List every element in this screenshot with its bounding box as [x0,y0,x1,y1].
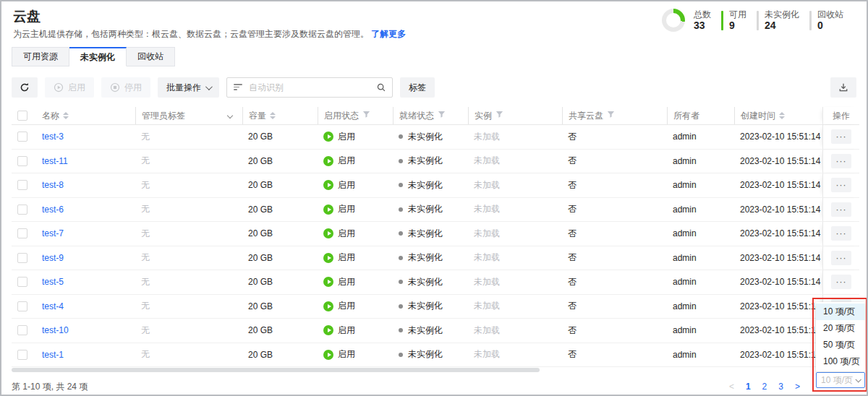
row-checkbox[interactable] [17,301,27,311]
next-page-button[interactable]: > [795,382,800,392]
stats-summary: 总数 33 可用 9 未实例化 24 [662,9,854,32]
more-actions-button[interactable]: ··· [831,129,851,144]
disk-name-link[interactable]: test-4 [42,301,64,311]
filter-funnel-icon[interactable] [607,111,615,121]
disk-name-link[interactable]: test-5 [42,277,64,287]
cell-ready: 未实例化 [393,131,468,143]
col-header-created[interactable]: 创建时间 [734,107,822,124]
filter-funnel-icon[interactable] [495,111,503,121]
cell-tag: 无 [135,203,242,215]
tab-uninstantiated[interactable]: 未实例化 [69,47,127,66]
enable-button[interactable]: 启用 [45,77,94,98]
sort-icon[interactable] [270,112,276,119]
page-header: 云盘 为云主机提供存储，包括两种类型：根云盘、数据云盘；云盘管理主要涉及数据云盘… [1,1,867,40]
col-header-name[interactable]: 名称 [36,107,135,124]
disk-name-link[interactable]: test-6 [42,205,64,215]
cell-owner: admin [667,156,734,166]
col-header-tag[interactable]: 管理员标签 [135,107,242,124]
more-actions-button[interactable]: ··· [831,251,851,265]
row-checkbox[interactable] [17,350,27,360]
cell-instance: 未加载 [468,324,562,337]
cell-owner: admin [667,325,734,335]
stat-recycle: 回收站 0 [809,9,843,31]
cell-owner: admin [667,205,734,215]
row-checkbox[interactable] [17,277,27,287]
table-row: test-7无20 GB启用未实例化未加载否admin2023-02-10 15… [12,222,859,246]
cell-instance: 未加载 [468,251,562,264]
col-header-ready[interactable]: 就绪状态 [393,107,468,124]
select-all-checkbox[interactable] [17,111,27,121]
page-button-2[interactable]: 2 [762,382,767,392]
stat-total: 总数 33 [694,9,711,31]
disk-name-link[interactable]: test-7 [42,228,64,238]
disable-button-label: 停用 [124,82,142,94]
enabled-status-icon [323,350,333,360]
toolbar: 启用 停用 批量操作 标签 [12,77,856,98]
ready-status-text: 未实例化 [408,179,443,191]
scrollbar-thumb[interactable] [12,368,540,372]
enable-status-text: 启用 [338,228,355,240]
tab-available-resources[interactable]: 可用资源 [12,47,69,66]
cell-owner: admin [667,228,734,238]
row-checkbox[interactable] [17,156,27,166]
col-header-shared[interactable]: 共享云盘 [562,107,667,124]
page-button-1[interactable]: 1 [746,382,751,392]
cell-enable: 启用 [318,300,393,312]
prev-page-button[interactable]: < [729,382,734,392]
learn-more-link[interactable]: 了解更多 [371,29,406,39]
donut-chart-icon [662,9,685,32]
export-button[interactable] [830,77,856,98]
disk-name-link[interactable]: test-8 [42,180,64,190]
cell-shared: 否 [562,251,667,264]
disk-name-link[interactable]: test-10 [42,325,69,335]
more-actions-button[interactable]: ··· [831,178,851,192]
disable-button[interactable]: 停用 [101,77,150,98]
items-summary: 第 1-10 项, 共 24 项 [12,381,729,393]
play-circle-icon [54,82,64,92]
page-size-option[interactable]: 10 项/页 [816,304,865,320]
cell-ready: 未实例化 [393,203,468,215]
more-actions-button[interactable]: ··· [831,275,851,289]
tag-button[interactable]: 标签 [400,77,435,98]
disk-name-link[interactable]: test-11 [42,156,68,166]
page-button-3[interactable]: 3 [778,382,783,392]
ready-status-text: 未实例化 [408,251,443,264]
row-checkbox[interactable] [17,132,27,142]
chevron-down-icon[interactable] [227,113,233,119]
row-checkbox[interactable] [17,228,27,238]
row-actions-cell: ··· [822,222,859,246]
refresh-button[interactable] [12,77,38,98]
col-header-capacity[interactable]: 容量 [242,107,318,124]
cell-enable: 启用 [318,203,393,215]
row-checkbox[interactable] [17,325,27,335]
batch-actions-button[interactable]: 批量操作 [158,77,219,98]
search-input[interactable] [226,77,393,98]
row-checkbox[interactable] [17,253,27,263]
cell-name: test-4 [36,301,135,311]
row-checkbox[interactable] [17,205,27,215]
disk-name-link[interactable]: test-9 [42,253,64,263]
col-header-instance[interactable]: 实例 [468,107,562,124]
disk-name-link[interactable]: test-1 [42,350,64,360]
sort-icon[interactable] [63,112,69,119]
cell-name: test-1 [36,350,135,360]
page-size-select[interactable]: 10 项/页 [816,372,865,388]
row-actions-cell: ··· [822,198,859,222]
filter-funnel-icon[interactable] [438,111,446,121]
sort-icon[interactable] [779,112,785,119]
more-actions-button[interactable]: ··· [831,154,851,168]
disk-name-link[interactable]: test-3 [42,132,64,142]
page-size-option[interactable]: 100 项/页 [816,353,865,370]
cell-created: 2023-02-10 15:51:14 [734,325,822,335]
more-actions-button[interactable]: ··· [831,202,851,217]
ready-status-dot-icon [399,280,403,284]
more-actions-button[interactable]: ··· [831,226,851,241]
tab-recycle-bin[interactable]: 回收站 [127,47,175,66]
enable-status-text: 启用 [338,203,355,215]
filter-funnel-icon[interactable] [362,111,370,121]
col-header-enable[interactable]: 启用状态 [318,107,393,124]
search-icon[interactable] [376,82,386,92]
page-size-option[interactable]: 50 项/页 [816,337,865,353]
page-size-option[interactable]: 20 项/页 [816,320,865,337]
row-checkbox[interactable] [17,180,27,190]
